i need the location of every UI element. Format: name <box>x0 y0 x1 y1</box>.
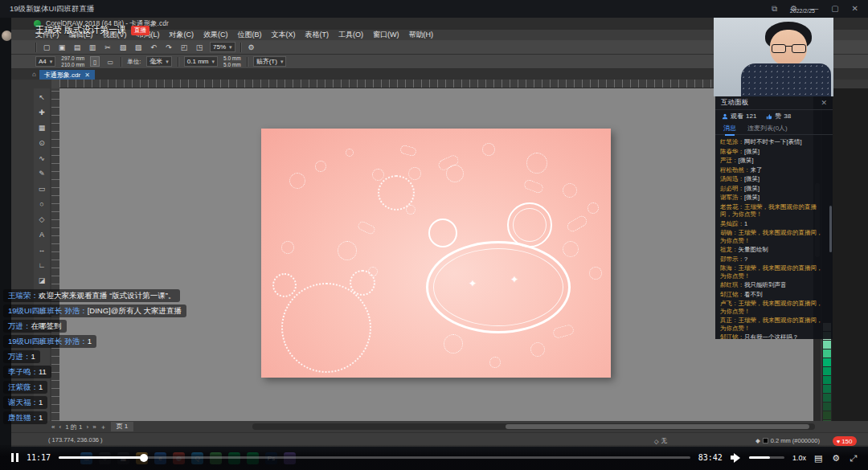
artwork-dot-circle <box>281 241 294 254</box>
artwork-capsule <box>552 324 575 339</box>
palette-swatch[interactable] <box>823 376 831 384</box>
duplicate-distance: 5.0 mm 5.0 mm <box>223 55 241 67</box>
artwork-dot-circle <box>588 202 599 214</box>
menu-item[interactable]: 对象(C) <box>170 30 194 40</box>
options-icon[interactable]: ⚙ <box>246 42 257 53</box>
toolbar-icons: ▢▣▤▥✂▧▨↶↷◰◳ <box>41 42 205 53</box>
units-combo[interactable]: 毫米 <box>146 56 172 67</box>
danmu-toggle-icon[interactable]: ▤ <box>814 452 822 464</box>
close-icon[interactable]: ✕ <box>852 4 858 14</box>
horizontal-ruler[interactable] <box>59 80 813 88</box>
open-icon[interactable]: ▣ <box>56 42 68 53</box>
nudge-field[interactable]: 0.1 mm <box>184 56 218 67</box>
thumbs-up-icon <box>766 113 772 120</box>
export-icon[interactable]: ◳ <box>194 42 205 53</box>
artwork-dot-circle <box>338 241 357 260</box>
palette-swatch[interactable] <box>823 349 831 358</box>
fullscreen-icon[interactable]: ⤢ <box>850 452 857 464</box>
save-icon[interactable]: ▤ <box>72 42 83 53</box>
paste-icon[interactable]: ▨ <box>133 42 144 53</box>
progress-handle[interactable] <box>140 454 148 462</box>
menu-item[interactable]: 位图(B) <box>238 30 262 40</box>
palette-swatch[interactable] <box>823 385 831 393</box>
panel-tab[interactable]: 消息 <box>723 124 736 133</box>
undo-icon[interactable]: ↶ <box>148 42 159 53</box>
snap-combo[interactable]: 贴齐(T) <box>253 56 287 67</box>
rectangle-tool[interactable]: ▭ <box>35 182 48 195</box>
outline-icon: ◆ <box>755 437 760 444</box>
horizontal-scrollbar[interactable] <box>252 423 815 430</box>
volume-icon[interactable] <box>731 453 741 463</box>
palette-swatch[interactable] <box>823 394 831 402</box>
like-badge[interactable]: ♥ 150 <box>833 436 857 446</box>
document-tab[interactable]: 卡通形象.cdr ✕ <box>39 70 95 80</box>
palette-swatch[interactable] <box>823 341 831 349</box>
palette-swatch[interactable] <box>823 403 831 411</box>
page-size-combo[interactable]: A4 <box>35 56 55 67</box>
webcam-video <box>714 18 833 96</box>
陈海: 陈海王瑞荣，我来围观你的直播间，为你点赞！ <box>720 264 828 280</box>
page-width[interactable]: 297.0 mm <box>61 55 84 62</box>
duplicate-x[interactable]: 5.0 mm <box>223 55 241 62</box>
menu-item[interactable]: 帮助(H) <box>409 30 434 40</box>
player-settings-icon[interactable]: ⚙ <box>832 452 840 464</box>
copy-icon[interactable]: ▧ <box>117 42 129 53</box>
connector-tool[interactable]: ∟ <box>35 259 48 272</box>
zoom-level-combo[interactable]: 75% <box>210 42 235 52</box>
crop-tool[interactable]: ▦ <box>35 121 48 134</box>
artwork-dot-circle <box>346 149 354 157</box>
artboard-page: ✦ ✦ <box>261 129 611 378</box>
panel-tab[interactable]: 连麦列表(0人) <box>747 124 788 133</box>
portrait-button[interactable]: ▯ <box>90 56 100 67</box>
redo-icon[interactable]: ↷ <box>163 42 174 53</box>
progress-bar[interactable] <box>59 456 690 459</box>
cast-icon[interactable]: ⧉ <box>772 4 777 14</box>
menu-item[interactable]: 表格(T) <box>305 30 330 40</box>
landscape-button[interactable]: ▭ <box>105 56 115 67</box>
polygon-tool[interactable]: ◇ <box>35 213 48 226</box>
text-tool[interactable]: A <box>35 228 48 241</box>
pick-tool[interactable]: ↖ <box>35 91 48 104</box>
cut-icon[interactable]: ✂ <box>102 42 113 53</box>
volume-slider[interactable] <box>749 456 784 459</box>
zoom-tool[interactable]: ⊙ <box>35 137 48 149</box>
duplicate-y[interactable]: 5.0 mm <box>223 62 241 68</box>
19级UI四班班长 孙浩: 19级UI四班班长 孙浩1 <box>3 335 96 348</box>
import-icon[interactable]: ◰ <box>178 42 190 53</box>
panel-message-list: 红笔涂网时不时卡一下[表情] 陈春华[微笑] 严迁[微笑] 程松劲然来了 汤闻迅… <box>715 135 833 339</box>
home-icon[interactable]: ⌂ <box>32 70 36 80</box>
menu-item[interactable]: 窗口(W) <box>373 30 399 40</box>
artwork-capsule <box>357 220 377 235</box>
palette-swatch[interactable] <box>823 358 831 366</box>
palette-swatch[interactable] <box>823 411 831 419</box>
menu-item[interactable]: 工具(O) <box>338 30 363 40</box>
freehand-tool[interactable]: ∿ <box>35 152 48 165</box>
maximize-icon[interactable]: ▢ <box>831 4 838 14</box>
artwork-dot-circle <box>482 143 495 156</box>
page-height[interactable]: 210.0 mm <box>61 62 84 68</box>
dimension-tool[interactable]: ↔ <box>35 243 48 256</box>
shape-tool[interactable]: ✚ <box>35 106 48 119</box>
pause-button[interactable] <box>11 453 18 462</box>
邵带示: 邵带示? <box>720 255 828 264</box>
artwork-bear-ear-left <box>428 219 457 247</box>
print-icon[interactable]: ▥ <box>87 42 98 53</box>
artwork-bear-ear-right-inner <box>513 208 547 242</box>
drop-shadow-tool[interactable]: ◪ <box>35 274 48 287</box>
menu-item[interactable]: 文本(X) <box>272 30 296 40</box>
artwork-dot-circle <box>563 241 579 257</box>
panel-scrollbar-thumb[interactable] <box>829 206 832 252</box>
player-progress-played <box>59 456 144 459</box>
panel-close-icon[interactable]: ✕ <box>821 99 827 107</box>
playback-speed[interactable]: 1.0x <box>792 454 806 462</box>
tab-close-icon[interactable]: ✕ <box>84 72 90 79</box>
new-icon[interactable]: ▢ <box>41 42 52 53</box>
horizontal-scrollbar-thumb[interactable] <box>506 424 809 429</box>
palette-swatch[interactable] <box>823 367 831 375</box>
artwork-bear-ear-dotted <box>272 273 297 297</box>
artistic-media-tool[interactable]: ✎ <box>35 167 48 180</box>
taskbar-clock: 2022/2/25 <box>790 8 815 14</box>
menu-item[interactable]: 效果(C) <box>203 30 228 40</box>
祖龙: 祖龙矢量图绘制 <box>720 246 828 254</box>
ellipse-tool[interactable]: ○ <box>35 198 48 210</box>
